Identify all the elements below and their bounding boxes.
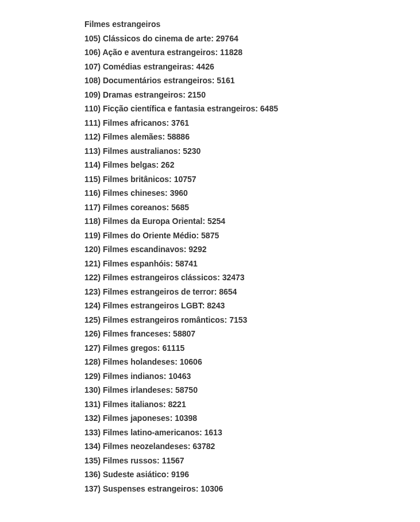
item-name: Filmes africanos bbox=[103, 118, 167, 127]
list-item: 135) Filmes russos: 11567 bbox=[84, 454, 420, 468]
item-code: 8654 bbox=[219, 287, 237, 296]
list-item: 129) Filmes indianos: 10463 bbox=[84, 369, 420, 384]
list-item: 112) Filmes alemães: 58886 bbox=[84, 130, 420, 144]
item-number: 128 bbox=[84, 357, 98, 366]
list-item: 116) Filmes chineses: 3960 bbox=[84, 186, 420, 200]
list-item: 134) Filmes neozelandeses: 63782 bbox=[84, 439, 420, 454]
list-item: 124) Filmes estrangeiros LGBT: 8243 bbox=[84, 299, 420, 313]
item-code: 10606 bbox=[180, 357, 202, 366]
item-name: Filmes da Europa Oriental bbox=[103, 216, 203, 226]
list-item: 128) Filmes holandeses: 10606 bbox=[84, 355, 420, 369]
list-item: 121) Filmes espanhóis: 58741 bbox=[84, 257, 420, 271]
item-number: 126 bbox=[84, 329, 98, 338]
list-item: 130) Filmes irlandeses: 58750 bbox=[84, 383, 420, 397]
item-name: Filmes estrangeiros românticos bbox=[103, 315, 225, 324]
item-code: 61115 bbox=[162, 343, 184, 353]
item-number: 115 bbox=[84, 175, 98, 184]
item-name: Filmes franceses bbox=[103, 329, 168, 338]
item-number: 135 bbox=[84, 456, 98, 465]
list-item: 113) Filmes australianos: 5230 bbox=[84, 144, 420, 158]
list-item: 120) Filmes escandinavos: 9292 bbox=[84, 242, 420, 257]
item-code: 58741 bbox=[175, 259, 198, 268]
list-item: 132) Filmes japoneses: 10398 bbox=[84, 411, 420, 426]
item-code: 1613 bbox=[205, 428, 222, 437]
item-code: 63782 bbox=[192, 442, 215, 451]
item-name: Filmes australianos bbox=[103, 146, 178, 156]
item-number: 109 bbox=[84, 90, 98, 99]
item-name: Filmes britânicos bbox=[103, 175, 169, 184]
item-number: 114 bbox=[84, 160, 98, 169]
list-item: 106) Ação e aventura estrangeiros: 11828 bbox=[84, 45, 420, 60]
item-code: 3960 bbox=[170, 188, 188, 198]
list-item: 133) Filmes latino-americanos: 1613 bbox=[84, 426, 420, 440]
item-code: 9292 bbox=[188, 245, 206, 254]
item-code: 5161 bbox=[217, 76, 234, 85]
item-name: Sudeste asiático bbox=[103, 470, 167, 479]
item-number: 108 bbox=[84, 76, 98, 85]
item-name: Filmes irlandeses bbox=[103, 385, 171, 395]
item-number: 129 bbox=[84, 372, 98, 381]
item-name: Comédias estrangeiras bbox=[103, 62, 191, 71]
item-number: 112 bbox=[84, 132, 98, 141]
item-number: 121 bbox=[84, 259, 98, 268]
item-number: 120 bbox=[84, 245, 98, 254]
category-list: 105) Clássicos do cinema de arte: 297641… bbox=[84, 32, 420, 496]
list-item: 118) Filmes da Europa Oriental: 5254 bbox=[84, 214, 420, 229]
list-item: 119) Filmes do Oriente Médio: 5875 bbox=[84, 229, 420, 243]
item-number: 118 bbox=[84, 216, 98, 226]
item-number: 123 bbox=[84, 287, 98, 296]
item-code: 9196 bbox=[171, 470, 189, 479]
item-code: 10306 bbox=[201, 484, 223, 493]
item-code: 58807 bbox=[173, 329, 195, 338]
list-item: 123) Filmes estrangeiros de terror: 8654 bbox=[84, 285, 420, 299]
item-code: 4426 bbox=[196, 62, 214, 71]
item-name: Filmes escandinavos bbox=[103, 245, 184, 254]
item-code: 5230 bbox=[183, 146, 201, 156]
list-item: 107) Comédias estrangeiras: 4426 bbox=[84, 60, 420, 74]
list-item: 108) Documentários estrangeiros: 5161 bbox=[84, 74, 420, 88]
item-name: Filmes holandeses bbox=[103, 357, 175, 366]
item-code: 58886 bbox=[167, 132, 190, 141]
item-number: 111 bbox=[84, 118, 98, 127]
item-code: 5685 bbox=[171, 203, 189, 212]
item-code: 5875 bbox=[201, 231, 219, 240]
item-number: 122 bbox=[84, 273, 98, 282]
list-item: 127) Filmes gregos: 61115 bbox=[84, 341, 420, 355]
item-name: Filmes neozelandeses bbox=[103, 442, 188, 451]
list-item: 126) Filmes franceses: 58807 bbox=[84, 327, 420, 341]
list-item: 115) Filmes britânicos: 10757 bbox=[84, 172, 420, 187]
item-name: Filmes estrangeiros de terror bbox=[103, 287, 214, 296]
item-name: Filmes indianos bbox=[103, 372, 164, 381]
item-name: Dramas estrangeiros bbox=[103, 90, 183, 99]
item-name: Ação e aventura estrangeiros bbox=[102, 48, 215, 57]
list-item: 131) Filmes italianos: 8221 bbox=[84, 397, 420, 412]
item-number: 137 bbox=[84, 484, 98, 493]
item-code: 10463 bbox=[168, 372, 191, 381]
item-number: 106 bbox=[84, 48, 98, 57]
list-item: 122) Filmes estrangeiros clássicos: 3247… bbox=[84, 270, 420, 285]
item-code: 10757 bbox=[174, 175, 196, 184]
item-code: 6485 bbox=[260, 104, 278, 113]
item-code: 32473 bbox=[222, 273, 245, 282]
list-item: 137) Suspenses estrangeiros: 10306 bbox=[84, 482, 420, 496]
item-number: 136 bbox=[84, 470, 98, 479]
item-number: 110 bbox=[84, 104, 98, 113]
list-item: 105) Clássicos do cinema de arte: 29764 bbox=[84, 32, 420, 46]
item-name: Filmes gregos bbox=[103, 343, 157, 353]
item-code: 8243 bbox=[207, 301, 225, 310]
item-number: 134 bbox=[84, 442, 98, 451]
item-name: Filmes espanhóis bbox=[103, 259, 170, 268]
item-number: 130 bbox=[84, 385, 98, 395]
item-name: Filmes belgas bbox=[103, 160, 156, 169]
item-number: 107 bbox=[84, 62, 98, 71]
item-code: 5254 bbox=[207, 216, 225, 226]
item-code: 10398 bbox=[175, 413, 197, 423]
item-name: Filmes japoneses bbox=[103, 413, 170, 423]
item-name: Filmes estrangeiros LGBT bbox=[103, 301, 202, 310]
item-number: 127 bbox=[84, 343, 98, 353]
list-item: 109) Dramas estrangeiros: 2150 bbox=[84, 88, 420, 102]
item-code: 58750 bbox=[175, 385, 198, 395]
item-number: 131 bbox=[84, 400, 98, 409]
item-number: 119 bbox=[84, 231, 98, 240]
item-code: 7153 bbox=[229, 315, 247, 324]
